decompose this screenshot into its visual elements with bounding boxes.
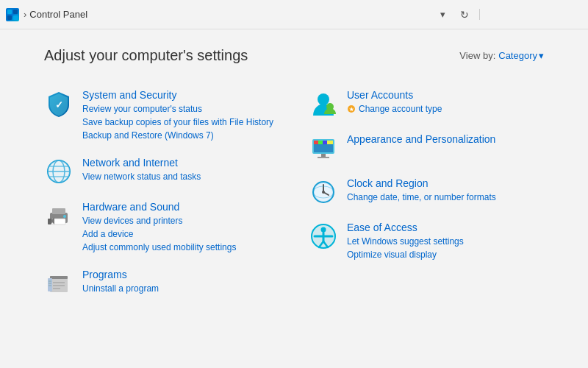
clock-region-text: Clock and Region Change date, time, or n… xyxy=(347,177,544,204)
clock-change-link[interactable]: Change date, time, or number formats xyxy=(347,191,544,204)
svg-rect-17 xyxy=(50,276,68,279)
svg-point-42 xyxy=(322,191,325,194)
svg-rect-3 xyxy=(13,15,18,20)
clock-region-title[interactable]: Clock and Region xyxy=(347,177,544,189)
search-input[interactable] xyxy=(479,9,582,20)
category-user-accounts: User Accounts ★ Change account type xyxy=(309,82,544,126)
clock-region-desc: Change date, time, or number formats xyxy=(347,191,544,204)
svg-rect-34 xyxy=(327,141,333,144)
category-programs: Programs Uninstall a program xyxy=(44,261,279,305)
svg-point-46 xyxy=(321,227,326,233)
right-column: User Accounts ★ Change account type xyxy=(309,82,544,305)
hardware-sound-title[interactable]: Hardware and Sound xyxy=(82,201,279,213)
programs-desc: Uninstall a program xyxy=(82,282,279,295)
category-clock-region: Clock and Region Change date, time, or n… xyxy=(309,170,544,214)
ease-access-desc: Let Windows suggest settings Optimize vi… xyxy=(347,235,544,261)
category-hardware-sound: Hardware and Sound View devices and prin… xyxy=(44,194,279,261)
user-accounts-text: User Accounts ★ Change account type xyxy=(347,89,544,117)
appearance-text: Appearance and Personalization xyxy=(347,133,544,146)
svg-point-14 xyxy=(63,215,66,218)
system-review-link[interactable]: Review your computer's status xyxy=(82,102,279,116)
user-change-link[interactable]: ★ Change account type xyxy=(347,102,544,117)
system-security-desc: Review your computer's status Save backu… xyxy=(82,102,279,142)
svg-rect-35 xyxy=(314,144,333,152)
category-appearance: Appearance and Personalization xyxy=(309,126,544,170)
network-internet-title[interactable]: Network and Internet xyxy=(82,157,279,169)
left-column: ✓ System and Security Review your comput… xyxy=(44,82,279,305)
dropdown-arrow[interactable]: ▾ xyxy=(436,7,450,21)
ease-suggest-link[interactable]: Let Windows suggest settings xyxy=(347,235,544,248)
user-accounts-desc: ★ Change account type xyxy=(347,102,544,117)
view-by-label: View by: xyxy=(459,50,495,61)
programs-title[interactable]: Programs xyxy=(82,269,279,280)
breadcrumb-title[interactable]: Control Panel xyxy=(29,9,87,20)
appearance-icon xyxy=(309,133,338,163)
view-by-selector[interactable]: Category ▾ xyxy=(498,50,544,61)
network-internet-text: Network and Internet View network status… xyxy=(82,157,279,183)
ease-visual-link[interactable]: Optimize visual display xyxy=(347,248,544,261)
svg-rect-2 xyxy=(7,15,12,20)
svg-rect-33 xyxy=(323,141,327,144)
ease-access-icon xyxy=(309,222,338,251)
system-restore-link[interactable]: Backup and Restore (Windows 7) xyxy=(82,129,279,142)
hardware-sound-icon xyxy=(44,201,74,230)
category-network-internet: Network and Internet View network status… xyxy=(44,149,279,194)
page-title: Adjust your computer's settings xyxy=(44,47,248,64)
titlebar-actions: ▾ ↻ xyxy=(436,7,582,22)
main-content: Adjust your computer's settings View by:… xyxy=(0,29,588,323)
clock-region-icon xyxy=(309,177,338,207)
svg-rect-36 xyxy=(321,154,326,157)
svg-point-25 xyxy=(318,93,329,105)
app-icon xyxy=(6,8,19,21)
svg-rect-31 xyxy=(314,141,318,144)
view-by: View by: Category ▾ xyxy=(459,50,544,61)
programs-uninstall-link[interactable]: Uninstall a program xyxy=(82,282,279,295)
svg-text:✓: ✓ xyxy=(55,99,63,110)
breadcrumb-sep: › xyxy=(24,9,26,20)
user-accounts-icon xyxy=(309,89,338,118)
ease-access-text: Ease of Access Let Windows suggest setti… xyxy=(347,222,544,261)
svg-rect-12 xyxy=(52,208,65,214)
ease-access-title[interactable]: Ease of Access xyxy=(347,222,544,233)
hardware-devices-link[interactable]: View devices and printers xyxy=(82,214,279,227)
appearance-title[interactable]: Appearance and Personalization xyxy=(347,133,544,145)
svg-rect-32 xyxy=(318,141,323,144)
network-status-link[interactable]: View network status and tasks xyxy=(82,170,279,183)
hardware-sound-text: Hardware and Sound View devices and prin… xyxy=(82,201,279,254)
system-security-title[interactable]: System and Security xyxy=(82,89,279,101)
svg-rect-0 xyxy=(7,10,12,14)
category-ease-access: Ease of Access Let Windows suggest setti… xyxy=(309,214,544,269)
svg-rect-15 xyxy=(48,219,51,224)
categories-grid: ✓ System and Security Review your comput… xyxy=(44,82,544,305)
breadcrumb: › Control Panel xyxy=(24,9,431,20)
svg-rect-21 xyxy=(48,278,52,291)
hardware-add-link[interactable]: Add a device xyxy=(82,227,279,241)
hardware-mobility-link[interactable]: Adjust commonly used mobility settings xyxy=(82,241,279,254)
network-internet-icon xyxy=(44,157,74,186)
system-security-text: System and Security Review your computer… xyxy=(82,89,279,142)
programs-text: Programs Uninstall a program xyxy=(82,269,279,295)
title-bar: › Control Panel ▾ ↻ xyxy=(0,0,588,29)
svg-rect-37 xyxy=(318,157,329,158)
svg-point-10 xyxy=(48,160,70,183)
svg-rect-1 xyxy=(13,10,18,14)
category-system-security: ✓ System and Security Review your comput… xyxy=(44,82,279,149)
refresh-button[interactable]: ↻ xyxy=(456,7,473,22)
header-row: Adjust your computer's settings View by:… xyxy=(44,47,544,64)
user-accounts-title[interactable]: User Accounts xyxy=(347,89,544,101)
system-backup-link[interactable]: Save backup copies of your files with Fi… xyxy=(82,116,279,129)
network-internet-desc: View network status and tasks xyxy=(82,170,279,183)
programs-icon xyxy=(44,269,74,298)
system-security-icon: ✓ xyxy=(44,89,74,118)
hardware-sound-desc: View devices and printers Add a device A… xyxy=(82,214,279,254)
svg-text:★: ★ xyxy=(349,107,354,112)
